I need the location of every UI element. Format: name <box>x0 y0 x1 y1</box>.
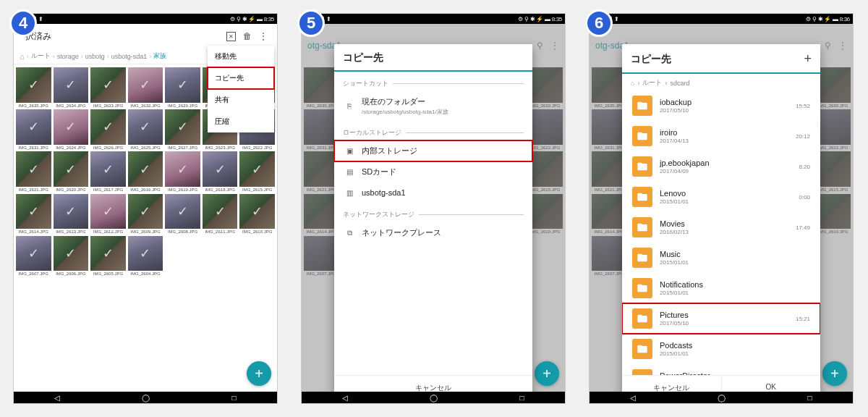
selected-check-icon: ✓ <box>28 203 39 219</box>
selected-check-icon: ✓ <box>103 119 114 135</box>
folder-row[interactable]: Movies2016/02/1317:49 <box>622 212 820 243</box>
nav-recent-icon[interactable]: □ <box>519 394 524 402</box>
folder-name: jp.ebookjapan <box>660 159 710 167</box>
folder-shortcut-icon: ⎘ <box>344 101 354 111</box>
folder-row[interactable]: Notifications2015/01/01 <box>622 273 820 303</box>
item-network-places[interactable]: ⧉ ネットワークプレース <box>334 222 532 243</box>
folder-date: 2017/04/13 <box>660 138 689 144</box>
more-icon[interactable]: ⋮ <box>259 31 268 41</box>
folder-icon <box>632 126 652 146</box>
selected-check-icon: ✓ <box>177 203 188 219</box>
grid-cell[interactable]: ✓IMG_2627.JPG <box>165 109 200 150</box>
grid-cell[interactable]: ✓IMG_2604.JPG <box>128 236 163 277</box>
ok-button[interactable]: OK <box>722 376 821 392</box>
folder-time: 20:12 <box>796 133 810 140</box>
grid-cell[interactable]: ✓IMG_2635.JPG <box>16 67 51 108</box>
grid-cell[interactable]: ✓IMG_2611.JPG <box>203 194 238 235</box>
menu-copy-to[interactable]: コピー先 <box>208 67 274 89</box>
selected-check-icon: ✓ <box>28 119 39 135</box>
item-sd-card[interactable]: ▤ SDカード <box>334 161 532 182</box>
nav-home-icon[interactable]: ◯ <box>142 394 150 402</box>
fab-add[interactable]: + <box>822 361 847 386</box>
usb-icon: ▥ <box>344 188 354 198</box>
file-name-label: IMG_2619.JPG <box>165 188 200 193</box>
nav-home-icon[interactable]: ◯ <box>430 394 438 402</box>
grid-cell[interactable]: ✓IMG_2632.JPG <box>128 67 163 108</box>
selected-check-icon: ✓ <box>103 77 114 93</box>
grid-cell[interactable]: ✓IMG_2617.JPG <box>90 151 126 192</box>
grid-cell[interactable]: ✓IMG_2633.JPG <box>90 67 126 108</box>
nav-recent-icon[interactable]: □ <box>807 394 812 402</box>
nav-recent-icon[interactable]: □ <box>231 394 236 402</box>
folder-name: Movies <box>660 219 685 228</box>
grid-cell[interactable]: ✓IMG_2609.JPG <box>128 194 163 235</box>
grid-cell[interactable]: ✓IMG_2613.JPG <box>54 194 89 235</box>
grid-cell[interactable]: ✓IMG_2634.JPG <box>54 67 89 108</box>
grid-cell[interactable]: ✓IMG_2615.JPG <box>239 151 275 192</box>
grid-cell[interactable]: ✓IMG_2629.JPG <box>165 67 200 108</box>
grid-cell[interactable]: ✓IMG_2612.JPG <box>90 194 126 235</box>
nav-home-icon[interactable]: ◯ <box>718 394 726 402</box>
item-current-folder[interactable]: ⎘ 現在のフォルダー /storage/usbotg/usbotg-sda1/家… <box>334 91 532 121</box>
grid-cell[interactable]: ✓IMG_2605.JPG <box>90 236 126 277</box>
home-icon[interactable]: ⌂ <box>20 52 25 61</box>
folder-time: 0:00 <box>799 194 810 201</box>
grid-cell[interactable]: ✓IMG_2626.JPG <box>90 109 126 150</box>
grid-cell[interactable]: ✓IMG_2624.JPG <box>54 109 89 150</box>
file-name-label: IMG_2604.JPG <box>128 271 163 277</box>
status-bar: ⬚ ⇆ 🛡 ⬆ ⚙ ⚲ ✱ ⚡ ▬ 8:35 <box>14 14 277 24</box>
grid-cell[interactable]: ✓IMG_2608.JPG <box>165 194 200 235</box>
folder-date: 2017/05/10 <box>660 320 689 327</box>
grid-cell[interactable]: ✓IMG_2614.JPG <box>16 194 51 235</box>
grid-cell[interactable]: ✓IMG_2606.JPG <box>54 236 89 277</box>
grid-cell[interactable]: ✓IMG_2619.JPG <box>165 151 200 192</box>
file-name-label: IMG_2612.JPG <box>90 229 126 235</box>
grid-cell[interactable]: ✓IMG_2625.JPG <box>128 109 163 150</box>
screen-6: 6 ⬚ ⇆ 🛡 ⬆ ⚙ ⚲ ✱ ⚡ ▬ 8:36 otg-sda1⚲ ⋮ IMG… <box>589 13 854 404</box>
grid-cell[interactable]: ✓IMG_2620.JPG <box>54 151 89 192</box>
fab-add[interactable]: + <box>247 361 271 386</box>
nav-back-icon[interactable]: ◁ <box>342 394 348 402</box>
menu-share[interactable]: 共有 <box>208 89 274 111</box>
folder-row[interactable]: PowerDirector2016/02/140:00 <box>622 364 820 375</box>
cancel-button[interactable]: キャンセル <box>622 376 721 392</box>
grid-cell[interactable]: ✓IMG_2631.JPG <box>16 109 51 150</box>
menu-compress[interactable]: 圧縮 <box>208 111 274 132</box>
folder-row[interactable]: jp.ebookjapan2017/04/098:20 <box>622 151 820 182</box>
file-name-label: IMG_2605.JPG <box>90 271 126 277</box>
new-folder-icon[interactable]: + <box>804 51 812 67</box>
selected-check-icon: ✓ <box>103 203 114 219</box>
grid-cell[interactable]: ✓IMG_2610.JPG <box>239 194 275 235</box>
folder-row[interactable]: Music2015/01/01 <box>622 243 820 273</box>
grid-cell[interactable]: ✓IMG_2618.JPG <box>203 151 238 192</box>
nav-back-icon[interactable]: ◁ <box>54 394 60 402</box>
grid-cell[interactable]: ✓IMG_2607.JPG <box>16 236 51 277</box>
file-name-label: IMG_2624.JPG <box>54 146 89 151</box>
folder-row[interactable]: iobackup2017/05/1015:52 <box>622 90 820 121</box>
item-usb[interactable]: ▥ usbotg-sda1 <box>334 182 532 203</box>
file-name-label: IMG_2627.JPG <box>165 146 200 151</box>
dialog-breadcrumb[interactable]: ⌂ ›ルート ›sdcard <box>622 74 820 90</box>
folder-row[interactable]: Podcasts2015/01/01 <box>622 334 820 364</box>
nav-back-icon[interactable]: ◁ <box>630 394 636 402</box>
selected-check-icon: ✓ <box>140 161 150 177</box>
step-badge: 6 <box>585 9 613 37</box>
deselect-icon[interactable]: ✕ <box>226 32 236 41</box>
folder-date: 2015/01/01 <box>660 198 689 205</box>
folder-row[interactable]: Lenovo2015/01/010:00 <box>622 182 820 212</box>
file-name-label: IMG_2613.JPG <box>54 229 89 235</box>
cancel-button[interactable]: キャンセル <box>334 376 532 392</box>
item-internal-storage[interactable]: ▣ 内部ストレージ <box>334 140 532 161</box>
selected-check-icon: ✓ <box>65 203 76 219</box>
file-name-label: IMG_2631.JPG <box>16 146 51 151</box>
folder-icon <box>632 369 652 375</box>
menu-move-to[interactable]: 移動先 <box>208 46 274 67</box>
fab-add[interactable]: + <box>535 361 559 386</box>
selected-check-icon: ✓ <box>140 77 150 93</box>
delete-icon[interactable]: 🗑 <box>243 31 252 41</box>
selected-check-icon: ✓ <box>103 245 114 261</box>
folder-row[interactable]: Pictures2017/05/1015:21 <box>622 303 820 334</box>
grid-cell[interactable]: ✓IMG_2621.JPG <box>16 151 51 192</box>
grid-cell[interactable]: ✓IMG_2616.JPG <box>128 151 163 192</box>
folder-row[interactable]: iroiro2017/04/1320:12 <box>622 121 820 151</box>
